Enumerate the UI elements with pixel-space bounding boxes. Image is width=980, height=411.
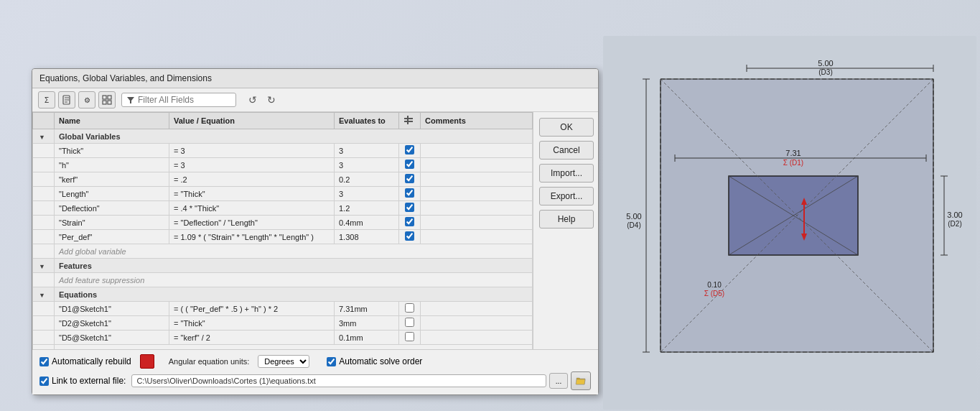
- add-label[interactable]: Add global variable: [55, 244, 533, 259]
- filter-input-wrap: [121, 93, 236, 107]
- row-name[interactable]: "kerf": [55, 172, 169, 187]
- row-comment[interactable]: [421, 302, 533, 316]
- cancel-button[interactable]: Cancel: [539, 141, 594, 160]
- row-name[interactable]: "Per_def": [55, 230, 169, 244]
- collapse-icon[interactable]: ▼: [33, 287, 55, 302]
- row-equation[interactable]: = "kerf" / 2: [169, 331, 335, 345]
- row-comment[interactable]: [421, 158, 533, 172]
- dialog-footer: Automatically rebuild Angular equation u…: [32, 349, 598, 394]
- row-check-cell[interactable]: [399, 187, 421, 201]
- row-equation[interactable]: = "Thick": [169, 316, 335, 331]
- export-button[interactable]: Export...: [539, 187, 594, 206]
- open-file-button[interactable]: [571, 371, 591, 390]
- row-check-cell[interactable]: [399, 201, 421, 216]
- row-comment[interactable]: [421, 230, 533, 244]
- row-equation[interactable]: = .2: [169, 172, 335, 187]
- row-evaluates: 7.31mm: [335, 302, 399, 316]
- row-comment[interactable]: [421, 144, 533, 158]
- link-external-label[interactable]: Link to external file:: [39, 376, 126, 386]
- row-checkbox[interactable]: [405, 303, 414, 313]
- auto-rebuild-label[interactable]: Automatically rebuild: [39, 356, 131, 366]
- row-evaluates: 3mm: [335, 316, 399, 331]
- section-header-global-variables[interactable]: ▼ Global Variables: [33, 129, 533, 144]
- row-name[interactable]: "Thick": [55, 144, 169, 158]
- row-check-cell[interactable]: [399, 158, 421, 172]
- collapse-icon[interactable]: ▼: [33, 129, 55, 144]
- svg-rect-7: [108, 101, 111, 104]
- add-row-global-variables[interactable]: Add global variable: [33, 244, 533, 259]
- row-checkbox[interactable]: [405, 231, 414, 241]
- doc-button[interactable]: [58, 91, 75, 108]
- row-checkbox[interactable]: [405, 217, 414, 226]
- row-equation[interactable]: = ( ( "Per_def" * .5 ) + "h" ) * 2: [169, 302, 335, 316]
- row-name[interactable]: "Length": [55, 187, 169, 201]
- auto-solve-label[interactable]: Automatic solve order: [327, 356, 422, 366]
- row-name[interactable]: "D1@Sketch1": [55, 302, 169, 316]
- gear-button[interactable]: ⚙: [78, 91, 95, 108]
- row-check-cell[interactable]: [399, 230, 421, 244]
- row-equation[interactable]: = "Thick": [169, 187, 335, 201]
- browse-button[interactable]: ...: [549, 373, 568, 389]
- col-value: Value / Equation: [169, 113, 335, 129]
- row-equation[interactable]: = 1.09 * ( "Strain" * "Length" * "Length…: [169, 230, 335, 244]
- row-checkbox[interactable]: [405, 318, 414, 327]
- row-equation[interactable]: = .4 * "Thick": [169, 201, 335, 216]
- section-header-features[interactable]: ▼ Features: [33, 259, 533, 273]
- row-check-cell[interactable]: [399, 216, 421, 230]
- table-row: "h" = 3 3: [33, 158, 533, 172]
- row-checkbox[interactable]: [405, 160, 414, 169]
- row-checkbox[interactable]: [405, 188, 414, 198]
- row-name[interactable]: "Deflection": [55, 201, 169, 216]
- grid-button[interactable]: [98, 91, 116, 108]
- row-equation[interactable]: = 3: [169, 158, 335, 172]
- row-name[interactable]: "D2@Sketch1": [55, 316, 169, 331]
- sigma-button[interactable]: Σ: [38, 91, 55, 108]
- filter-input[interactable]: [138, 95, 231, 105]
- row-checkbox[interactable]: [405, 203, 414, 212]
- add-indent: [33, 273, 55, 287]
- row-comment[interactable]: [421, 172, 533, 187]
- row-equation[interactable]: = "Deflection" / "Length": [169, 216, 335, 230]
- row-checkbox[interactable]: [405, 145, 414, 154]
- row-comment[interactable]: [421, 316, 533, 331]
- row-check-cell[interactable]: [399, 172, 421, 187]
- row-name[interactable]: "h": [55, 158, 169, 172]
- row-check-cell[interactable]: [399, 331, 421, 345]
- row-comment[interactable]: [421, 331, 533, 345]
- ok-button[interactable]: OK: [539, 118, 594, 137]
- svg-text:(D3): (D3): [818, 68, 832, 76]
- row-checkbox[interactable]: [405, 174, 414, 183]
- svg-text:3.00: 3.00: [947, 211, 962, 219]
- red-square-indicator: [140, 354, 154, 369]
- row-name[interactable]: "Strain": [55, 216, 169, 230]
- row-comment[interactable]: [421, 216, 533, 230]
- file-path-input[interactable]: [131, 374, 546, 387]
- section-header-equations[interactable]: ▼ Equations: [33, 287, 533, 302]
- row-comment[interactable]: [421, 201, 533, 216]
- row-name[interactable]: "D5@Sketch1": [55, 331, 169, 345]
- link-external-checkbox[interactable]: [39, 377, 49, 386]
- add-label[interactable]: Add feature suppression: [55, 273, 533, 287]
- col-check: [399, 113, 421, 129]
- undo-button[interactable]: ↺: [245, 92, 261, 108]
- redo-button[interactable]: ↻: [263, 92, 279, 108]
- svg-text:5.00: 5.00: [818, 59, 833, 68]
- row-check-cell[interactable]: [399, 302, 421, 316]
- angular-units-select[interactable]: Degrees Radians: [258, 355, 309, 368]
- auto-solve-checkbox[interactable]: [327, 357, 336, 366]
- svg-rect-5: [108, 96, 111, 99]
- auto-rebuild-checkbox[interactable]: [39, 357, 49, 366]
- row-check-cell[interactable]: [399, 144, 421, 158]
- row-check-cell[interactable]: [399, 316, 421, 331]
- add-row-features[interactable]: Add feature suppression: [33, 273, 533, 287]
- row-comment[interactable]: [421, 187, 533, 201]
- collapse-icon[interactable]: ▼: [33, 259, 55, 273]
- import-button[interactable]: Import...: [539, 164, 594, 183]
- undo-redo-group: ↺ ↻: [245, 92, 279, 108]
- row-indent: [33, 201, 55, 216]
- row-checkbox[interactable]: [405, 332, 414, 341]
- help-button[interactable]: Help: [539, 210, 594, 228]
- toolbar: Σ ⚙ ↺ ↻: [32, 88, 598, 112]
- table-row: "Deflection" = .4 * "Thick" 1.2: [33, 201, 533, 216]
- row-equation[interactable]: = 3: [169, 144, 335, 158]
